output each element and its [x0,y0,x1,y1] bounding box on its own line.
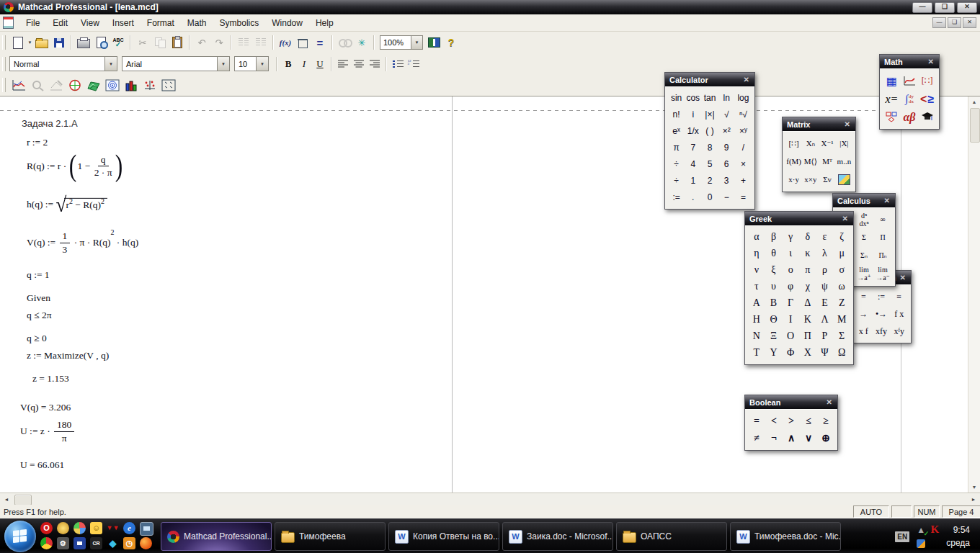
matrix-key[interactable]: Mᵀ [819,153,836,171]
menu-file[interactable]: File [19,16,46,30]
greek-key[interactable]: Ι [782,312,799,328]
greek-key[interactable]: Π [799,328,816,345]
math-region[interactable]: U = 66.061 [20,459,64,471]
contour-plot-button[interactable] [103,76,122,94]
quicklaunch-palette-icon[interactable] [74,522,86,534]
greek-key[interactable]: Η [748,312,765,328]
boolean-key[interactable]: = [748,413,765,430]
underline-button[interactable]: U [312,56,328,71]
greek-key[interactable]: υ [765,279,783,295]
close-icon[interactable]: ✕ [843,120,852,128]
greek-key[interactable]: ε [816,229,834,246]
calculator-key[interactable]: ×² [718,123,735,140]
calculus-key[interactable]: Π [873,229,892,247]
scroll-right-icon[interactable]: ► [968,495,979,504]
menu-help[interactable]: Help [309,16,340,30]
greek-key[interactable]: Ξ [765,328,783,345]
boolean-key[interactable]: ≤ [800,413,817,430]
evaluation-key[interactable]: xfy [873,323,891,340]
greek-key[interactable]: α [748,229,765,246]
taskbar-task[interactable]: WКопия Ответы на во... [388,522,499,551]
new-button[interactable] [9,34,27,51]
palette-math-titlebar[interactable]: Math✕ [880,55,939,68]
style-select[interactable]: Normal ▼ [9,56,117,71]
greek-key[interactable]: Ω [833,345,850,361]
matrix-key[interactable]: x·y [785,171,802,189]
scroll-up-icon[interactable]: ▲ [969,97,979,107]
calculus-key[interactable]: Σ [855,229,873,247]
math-region[interactable]: V(q) := 13 · π · R(q)2 · h(q) [27,230,138,255]
greek-key[interactable]: ρ [816,262,834,279]
taskbar-task[interactable]: Тимофеева [275,522,386,551]
boolean-key[interactable]: > [783,413,800,430]
math-region[interactable]: z := Maximize(V , q) [27,350,109,361]
matrix-key[interactable]: x×y [802,171,819,189]
close-icon[interactable]: ✕ [899,274,907,282]
math-region[interactable]: V(q) = 3.206 [20,402,71,413]
calculator-key[interactable]: 4 [685,156,701,173]
greek-key[interactable]: Λ [816,312,834,328]
quicklaunch-cr-icon[interactable]: CR [90,537,102,549]
quicklaunch-diamond-icon[interactable]: ◆ [107,537,119,549]
calculator-key[interactable]: / [735,140,752,156]
vector-field-plot-button[interactable] [159,76,178,94]
matrix-key[interactable]: Σv [819,171,836,189]
calculator-key[interactable]: − [718,189,735,206]
calculator-key[interactable]: sin [668,90,685,107]
calculator-key[interactable]: 6 [718,156,735,173]
menu-math[interactable]: Math [181,16,213,30]
calculator-key[interactable]: 1 [685,173,701,189]
greek-key[interactable]: Σ [833,328,850,345]
restore-button[interactable]: ❏ [935,2,955,13]
calculator-key[interactable]: 1/x [685,123,701,140]
document-icon[interactable] [3,17,14,29]
surface-plot-button[interactable] [84,76,103,94]
calculator-key[interactable]: 8 [701,140,718,156]
boolean-key[interactable]: ¬ [765,430,783,447]
font-size-select[interactable]: 10 ▼ [234,56,269,71]
bar-3d-plot-button[interactable] [122,76,141,94]
greek-key[interactable]: φ [782,279,799,295]
menu-view[interactable]: View [74,16,106,30]
close-icon[interactable]: ✕ [825,398,834,406]
quicklaunch-floppy-icon[interactable] [74,537,86,549]
calculator-key[interactable]: × [735,156,752,173]
quicklaunch-ie-icon[interactable]: e [123,522,135,534]
menu-insert[interactable]: Insert [106,16,141,30]
zoom-dropdown-arrow[interactable]: ▼ [411,36,422,49]
boolean-key[interactable]: ≠ [748,430,765,447]
toolbar-grip[interactable] [2,35,6,50]
greek-key[interactable]: Ε [816,295,834,312]
start-button[interactable] [4,521,36,552]
mdi-close-button[interactable]: ✕ [963,17,976,28]
boolean-key[interactable]: ⊕ [817,430,834,447]
greek-key[interactable]: β [765,229,783,246]
quicklaunch-opera-icon[interactable]: O [40,522,53,534]
evaluation-key[interactable]: xᶠy [890,323,908,340]
greek-key[interactable]: π [799,262,816,279]
calculator-key[interactable]: 5 [701,156,718,173]
greek-key[interactable]: ψ [816,279,834,295]
quicklaunch-chrome-icon[interactable] [40,537,53,549]
paste-button[interactable] [169,34,186,51]
matrix-key[interactable]: f(M) [785,153,802,171]
taskbar-task[interactable]: ОАПСС [616,522,727,551]
greek-key[interactable]: Ψ [816,345,834,361]
calculate-button[interactable]: = [311,34,329,51]
greek-key[interactable]: θ [765,246,783,262]
calculator-key[interactable]: √ [718,107,735,123]
menu-format[interactable]: Format [141,16,181,30]
palette-matrix-titlebar[interactable]: Matrix✕ [783,117,855,131]
matrix-key[interactable]: [∷] [785,135,802,153]
symbolic-toolbar-button[interactable] [918,108,936,126]
quicklaunch-download-icon[interactable]: ▼▼ [107,522,119,534]
new-dropdown[interactable]: ▼ [27,40,33,45]
save-button[interactable] [50,34,68,51]
programming-toolbar-button[interactable] [883,108,901,126]
align-center-button[interactable] [351,56,367,71]
toolbar-grip[interactable] [2,57,6,71]
calculator-key[interactable]: tan [701,90,718,107]
math-region[interactable]: h(q) := √r2 − R(q)2 [27,197,107,212]
vertical-scrollbar[interactable]: ▲ ▼ [968,96,980,493]
close-icon[interactable]: ✕ [742,76,751,84]
